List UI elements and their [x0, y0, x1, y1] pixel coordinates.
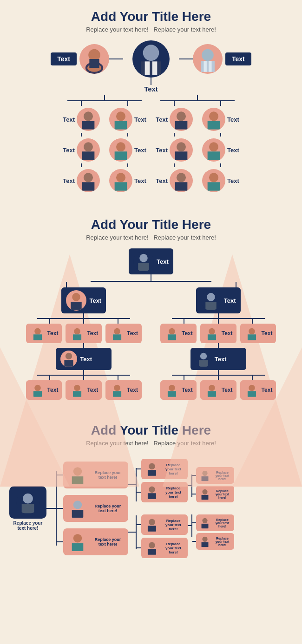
svg-rect-71 [208, 391, 216, 397]
chart3-mid2: Replace your text here! [63, 495, 128, 522]
chart1-col-lr: Text Text [109, 101, 146, 194]
chart2-lc3: Text [105, 324, 142, 343]
svg-point-84 [149, 487, 155, 493]
chart3-mid-col: Replace your text here! Replace your tex… [57, 462, 128, 555]
chart1-center-avatar [132, 40, 170, 78]
svg-rect-33 [208, 151, 220, 160]
chart3-line-root-mid [46, 508, 56, 509]
chart2-lsc3: Text [105, 380, 142, 400]
svg-rect-5 [141, 61, 161, 75]
chart1-col-ll: Text Text [63, 101, 100, 194]
chart1-node-lr1: Text [109, 108, 146, 131]
svg-point-12 [84, 111, 93, 121]
chart2-rc3: Text [240, 324, 276, 343]
svg-rect-3 [89, 59, 99, 68]
svg-rect-9 [201, 61, 215, 72]
chart1-node-lr3: Text [109, 169, 146, 192]
svg-rect-47 [73, 334, 81, 340]
svg-rect-81 [72, 543, 84, 551]
chart1-node-ll2: Text [63, 138, 100, 162]
chart2-right-node: Text [196, 287, 241, 313]
section3-title: Add Your Title Here [5, 423, 297, 438]
svg-point-32 [209, 142, 218, 151]
chart1-hline-right [179, 59, 193, 59]
chart3-layout: Replace your text here! Replace your tex… [5, 454, 297, 563]
svg-point-76 [73, 467, 82, 475]
chart2-left-sub: Text [56, 348, 112, 370]
svg-rect-29 [175, 182, 188, 190]
svg-rect-27 [175, 151, 188, 160]
chart2-rsc2: Text [200, 380, 236, 400]
svg-rect-6 [145, 61, 150, 75]
chart1-left-node: Text [51, 44, 109, 74]
svg-point-8 [202, 49, 214, 61]
chart2-left-node: Text [61, 287, 106, 313]
svg-rect-61 [168, 334, 176, 340]
svg-point-68 [169, 385, 175, 391]
chart3-r3: Replace your text here! [141, 514, 188, 535]
svg-point-4 [143, 45, 159, 61]
svg-rect-49 [113, 334, 121, 340]
svg-rect-11 [209, 61, 211, 72]
svg-rect-45 [33, 334, 42, 340]
chart3-fr1: Replace your text here! [196, 467, 234, 484]
chart2-rc2: Text [200, 324, 236, 343]
svg-point-30 [209, 111, 218, 121]
chart2-lsc2: Text [66, 380, 102, 400]
svg-point-82 [149, 463, 155, 470]
svg-point-22 [116, 173, 125, 182]
svg-rect-19 [115, 121, 127, 129]
svg-point-18 [116, 111, 125, 121]
chart1-node-rr3: Text [202, 169, 239, 192]
svg-point-62 [209, 328, 215, 335]
chart2-lc2: Text [66, 324, 102, 343]
svg-point-34 [209, 173, 218, 182]
svg-point-48 [114, 328, 120, 335]
chart3-r4: Replace your text here! [141, 538, 188, 558]
svg-point-44 [34, 328, 41, 335]
chart3-root-node [9, 486, 46, 519]
svg-point-16 [84, 173, 93, 182]
svg-point-54 [74, 385, 81, 391]
chart1-right-node: Text [193, 44, 251, 74]
svg-point-64 [249, 328, 255, 335]
svg-rect-79 [72, 510, 84, 518]
svg-point-60 [169, 328, 175, 335]
svg-rect-31 [208, 121, 220, 129]
chart2-lsc1: Text [26, 380, 62, 400]
chart1-hline-left [109, 59, 123, 59]
svg-point-50 [66, 353, 72, 359]
svg-rect-17 [82, 182, 95, 190]
chart1-node-ll1: Text [63, 108, 100, 131]
chart1-node-rl1: Text [156, 108, 193, 131]
chart1-node-ll3: Text [63, 169, 100, 192]
chart2-right-branch: Text Text [160, 287, 276, 400]
svg-point-58 [207, 293, 215, 301]
chart3-root-label: Replace your text here! [9, 520, 46, 531]
svg-point-92 [202, 489, 207, 494]
svg-rect-57 [113, 391, 121, 397]
svg-rect-21 [115, 151, 127, 160]
svg-rect-23 [115, 182, 127, 190]
chart2-right-sub: Text [190, 348, 246, 370]
chart1-col-rl: Text Text [156, 101, 193, 194]
svg-point-70 [209, 385, 215, 391]
svg-rect-95 [202, 524, 209, 528]
svg-point-86 [149, 519, 155, 526]
chart2-root-label: Text [157, 258, 169, 265]
chart2-branches: Text Text [5, 287, 297, 400]
chart1-top-row: Text [5, 40, 297, 78]
chart2-lc1: Text [26, 324, 62, 343]
svg-rect-41 [138, 263, 149, 271]
chart2-left-children: Text Text Text [26, 324, 142, 343]
svg-point-26 [177, 142, 186, 151]
chart3-root-col: Replace your text here! [9, 486, 46, 531]
chart2-root: Text [129, 248, 173, 274]
section1-title: Add Your Title Here [5, 9, 297, 24]
section2-subtitle: Replace your text here! Replace your tex… [5, 234, 297, 241]
svg-rect-73 [248, 391, 256, 397]
svg-rect-65 [248, 334, 256, 340]
chart2-right-children: Text Text Text [160, 324, 276, 343]
chart3-far-right-col: Replace your text here! Replace your tex… [192, 467, 234, 550]
chart2-rsc3: Text [240, 380, 276, 400]
